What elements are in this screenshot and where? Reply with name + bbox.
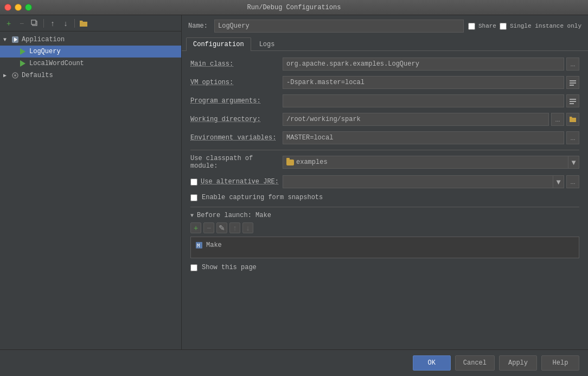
window-title: Run/Debug Configurations [247,4,341,11]
enable-capturing-row: Enable capturing form snapshots [190,194,579,201]
svg-rect-8 [570,80,576,81]
folder-icon [286,160,294,165]
tree-logquery-label: LogQuery [29,48,61,55]
vm-options-input[interactable] [283,76,564,89]
remove-config-button[interactable]: − [16,18,27,29]
svg-text:M: M [197,243,200,248]
minimize-button[interactable] [15,4,22,11]
copy-config-button[interactable] [29,18,40,29]
working-dir-input[interactable] [283,113,549,126]
tree-application-label: Application [22,36,65,43]
tree-item-application[interactable]: ▼ Application [0,34,181,46]
launch-toolbar: + − ✎ ↑ ↓ [190,222,579,233]
env-vars-label: Environment variables: [190,134,283,142]
tree-localwordcount-label: LocalWordCount [29,60,84,67]
content-area: + − ↑ ↓ [0,15,588,349]
program-args-expand-button[interactable] [566,94,579,107]
working-dir-folder-button[interactable] [566,113,579,126]
classpath-row: Use classpath of module: examples ▼ [190,155,579,170]
launch-list: M Make [190,237,579,258]
tree-item-defaults[interactable]: ▶ Defaults [0,69,181,81]
program-args-input-container [283,94,579,107]
env-vars-input[interactable] [283,131,564,144]
working-dir-browse-button[interactable]: ... [551,113,564,126]
single-instance-checkbox[interactable] [500,23,507,30]
logquery-run-icon [18,47,27,56]
before-launch-collapse-arrow[interactable]: ▼ [190,213,194,219]
svg-rect-12 [570,101,576,102]
tab-configuration[interactable]: Configuration [186,37,251,51]
apply-button[interactable]: Apply [499,355,537,371]
launch-edit-button[interactable]: ✎ [216,222,227,233]
jre-dropdown-display[interactable] [283,175,553,188]
cancel-button[interactable]: Cancel [455,355,495,371]
classpath-value: examples [296,158,328,166]
tree-item-localwordcount[interactable]: LocalWordCount [0,58,181,69]
launch-down-button[interactable]: ↓ [242,222,253,233]
launch-remove-button[interactable]: − [203,222,214,233]
classpath-dropdown-arrow[interactable]: ▼ [568,156,579,169]
show-page-label: Show this page [202,264,257,271]
launch-add-button[interactable]: + [190,222,201,233]
working-dir-label: Working directory: [190,116,283,123]
title-bar: Run/Debug Configurations [0,0,588,15]
window-controls[interactable] [4,4,32,11]
classpath-dropdown-display[interactable]: examples [283,156,568,169]
left-panel: + − ↑ ↓ [0,15,182,349]
jre-row: Use alternative JRE: ▼ ... [190,175,579,188]
divider-2 [190,207,579,207]
ok-button[interactable]: OK [413,355,451,371]
vm-options-expand-button[interactable] [566,76,579,89]
main-class-input-container: ... [283,58,579,71]
help-button[interactable]: Help [541,355,579,371]
show-page-row: Show this page [190,264,579,271]
vm-options-input-container [283,76,579,89]
tree-expand-arrow: ▼ [3,37,11,43]
tabs-row: Configuration Logs [182,37,588,51]
vm-options-row: VM options: [190,76,579,89]
program-args-row: Program arguments: [190,94,579,107]
enable-capturing-checkbox[interactable] [190,194,197,201]
folder-button[interactable] [78,18,89,29]
program-args-input[interactable] [283,94,564,107]
make-icon: M [195,241,203,249]
name-row: Name: Share Single instance only [182,15,588,37]
tree-defaults-arrow: ▶ [3,72,11,79]
make-item-label: Make [206,241,222,249]
maximize-button[interactable] [25,4,32,11]
main-class-label: Main class: [190,60,283,68]
main-class-input[interactable] [283,58,564,71]
svg-rect-10 [570,85,574,86]
jre-dropdown-container: ▼ [283,175,564,188]
svg-rect-11 [570,99,576,100]
defaults-icon [11,71,20,80]
move-down-button[interactable]: ↓ [60,18,71,29]
name-input[interactable] [214,20,464,33]
move-up-button[interactable]: ↑ [47,18,58,29]
single-instance-label: Single instance only [510,23,581,29]
before-launch-label: Before launch: Make [197,212,271,219]
share-checkbox[interactable] [468,23,475,30]
config-tree: ▼ Application [0,31,181,349]
launch-up-button[interactable]: ↑ [229,222,240,233]
right-panel: Name: Share Single instance only Configu… [182,15,588,349]
alt-jre-checkbox[interactable] [190,179,197,186]
jre-dropdown-arrow[interactable]: ▼ [553,175,564,188]
close-button[interactable] [4,4,11,11]
jre-label: Use alternative JRE: [201,178,279,186]
application-icon [11,35,20,44]
env-vars-browse-button[interactable]: ... [566,131,579,144]
add-config-button[interactable]: + [3,18,14,29]
program-args-label: Program arguments: [190,97,283,105]
show-page-checkbox[interactable] [190,264,197,271]
jre-browse-button[interactable]: ... [566,175,579,188]
main-class-browse-button[interactable]: ... [566,58,579,71]
left-toolbar: + − ↑ ↓ [0,15,181,31]
tab-logs[interactable]: Logs [252,37,282,51]
tree-item-logquery[interactable]: LogQuery [0,46,181,58]
before-launch-header: ▼ Before launch: Make [190,212,579,219]
localwordcount-run-icon [18,59,27,68]
working-dir-row: Working directory: ... [190,113,579,126]
launch-list-item[interactable]: M Make [193,239,577,251]
tree-defaults-label: Defaults [22,72,53,79]
